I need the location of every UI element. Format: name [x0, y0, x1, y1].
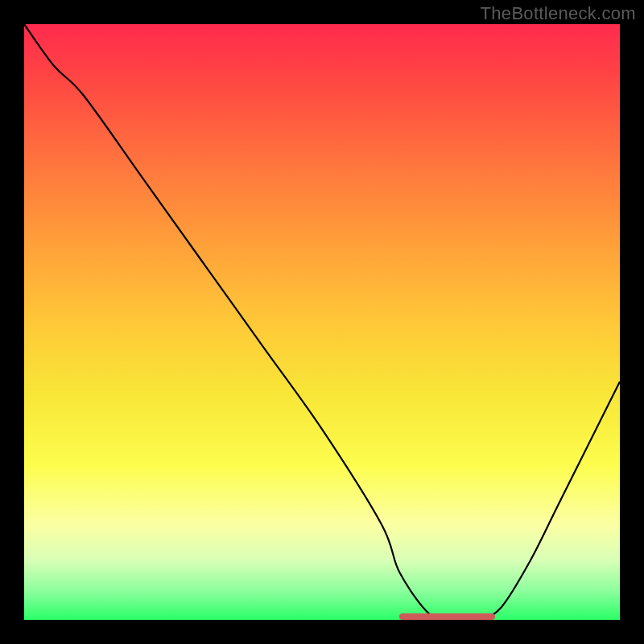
plot-area [24, 24, 620, 620]
watermark-text: TheBottleneck.com [481, 3, 636, 24]
curve-line [24, 24, 620, 621]
bottleneck-curve [24, 24, 620, 620]
chart-frame: TheBottleneck.com [0, 0, 644, 644]
optimal-range-marker [399, 613, 494, 620]
